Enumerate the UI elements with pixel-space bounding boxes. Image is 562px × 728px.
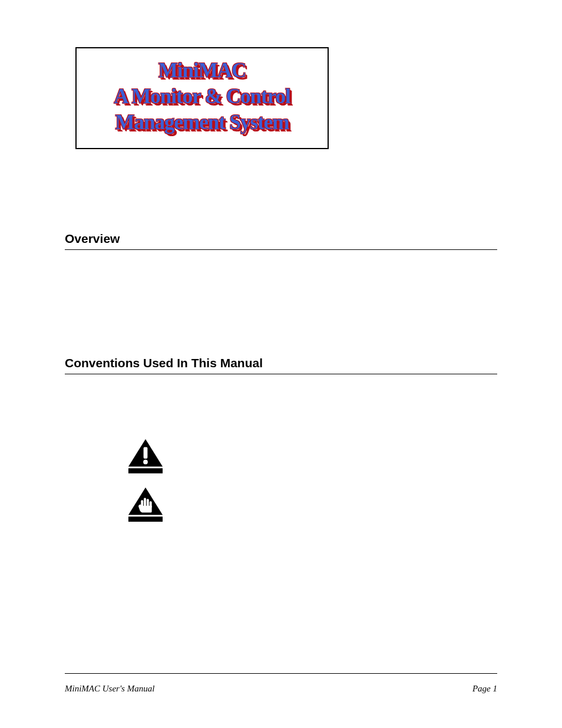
footer-doc-title: MiniMAC User's Manual bbox=[65, 684, 154, 694]
svg-rect-5 bbox=[128, 517, 163, 522]
logo-line-2: A Monitor & Control bbox=[114, 85, 290, 108]
warning-triangle-hand-icon bbox=[127, 486, 164, 523]
page-footer: MiniMAC User's Manual Page 1 bbox=[65, 684, 497, 694]
footer-page-number: Page 1 bbox=[472, 684, 497, 694]
logo-line-3: Management System bbox=[115, 111, 289, 134]
caution-symbol bbox=[127, 433, 170, 475]
section-overview: Overview bbox=[65, 232, 497, 250]
product-logo-wordart: MiniMAC A Monitor & Control Management S… bbox=[82, 58, 322, 135]
product-logo-box: MiniMAC A Monitor & Control Management S… bbox=[75, 47, 329, 149]
caution-triangle-exclamation-icon bbox=[127, 438, 164, 475]
warning-symbol bbox=[127, 482, 170, 523]
overview-heading: Overview bbox=[65, 232, 497, 246]
svg-point-3 bbox=[143, 460, 148, 465]
svg-rect-2 bbox=[144, 447, 148, 459]
svg-rect-1 bbox=[128, 469, 163, 474]
section-rule bbox=[65, 249, 497, 250]
logo-line-1: MiniMAC bbox=[158, 59, 246, 82]
manual-symbol-icons bbox=[127, 433, 170, 523]
section-conventions: Conventions Used In This Manual bbox=[65, 356, 497, 523]
section-rule bbox=[65, 374, 497, 374]
conventions-heading: Conventions Used In This Manual bbox=[65, 356, 497, 370]
footer-rule bbox=[65, 673, 497, 674]
